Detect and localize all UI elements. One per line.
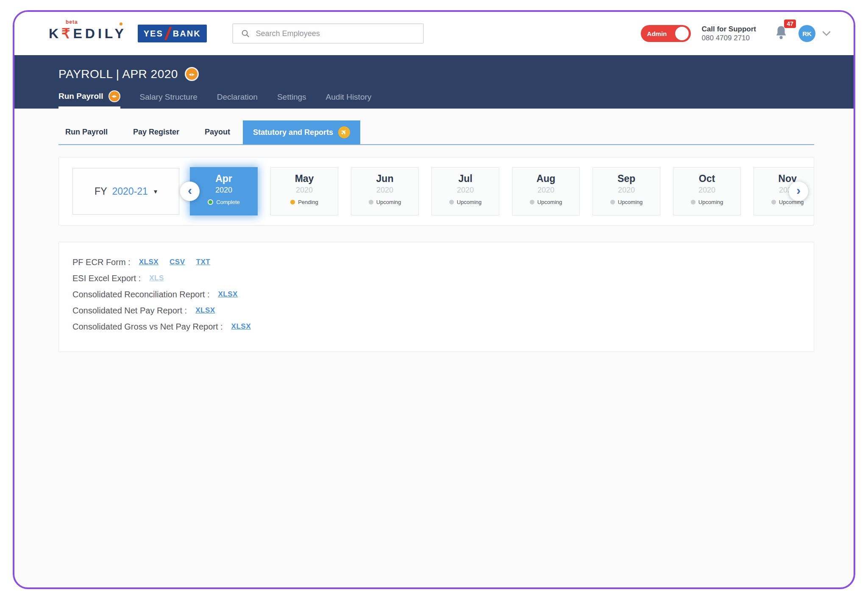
subtab-payout[interactable]: Payout <box>192 128 243 144</box>
subtab-statutory-and-reports[interactable]: Statutory and Reports ✈ <box>243 120 360 144</box>
header-right-group: Admin Call for Support 080 4709 2710 47 … <box>641 25 832 43</box>
fy-label: FY <box>95 186 107 197</box>
report-row-net-pay: Consolidated Net Pay Report : XLSX <box>72 304 801 317</box>
month-card-aug[interactable]: Aug 2020 Upcoming <box>512 167 580 215</box>
admin-toggle-label: Admin <box>647 30 667 37</box>
months-prev-button[interactable]: ‹ <box>180 182 200 201</box>
app-window: beta K₹EDILY YES BANK Admin Call for Sup… <box>13 10 855 589</box>
esi-xls-link[interactable]: XLS <box>149 272 164 285</box>
logo-accent-dot <box>120 22 122 25</box>
month-status: Complete <box>190 199 257 205</box>
support-title: Call for Support <box>702 25 756 34</box>
payroll-nav-tabs: Run Payroll ◂▸ Salary Structure Declarat… <box>58 90 854 109</box>
tab-run-payroll[interactable]: Run Payroll ◂▸ <box>58 90 120 109</box>
months-next-button[interactable]: › <box>789 182 808 201</box>
subtab-run-payroll[interactable]: Run Payroll <box>58 128 120 144</box>
report-label: ESI Excel Export : <box>72 272 141 285</box>
status-dot <box>530 200 534 204</box>
chevron-right-icon: › <box>796 183 801 198</box>
payroll-header: PAYROLL | APR 2020 ◂▸ Run Payroll ◂▸ Sal… <box>14 55 854 109</box>
month-status: Upcoming <box>432 199 499 205</box>
yes-bank-slash-icon <box>164 26 172 40</box>
report-label: Consolidated Net Pay Report : <box>72 304 187 317</box>
status-dot <box>771 200 776 204</box>
airplane-icon: ✈ <box>338 126 350 138</box>
statutory-reports-card: PF ECR Form : XLSX CSV TXT ESI Excel Exp… <box>58 242 814 352</box>
report-row-gross-vs-net: Consolidated Gross vs Net Pay Report : X… <box>72 320 801 333</box>
avatar-initials: RK <box>802 30 812 37</box>
month-cards: Apr 2020 Complete May 2020 Pending Jun 2… <box>190 167 814 215</box>
status-dot <box>208 199 213 205</box>
month-card-jul[interactable]: Jul 2020 Upcoming <box>431 167 499 215</box>
month-slider-icon[interactable]: ◂▸ <box>185 67 199 81</box>
pf-ecr-xlsx-link[interactable]: XLSX <box>139 256 159 268</box>
admin-toggle-knob <box>675 27 689 40</box>
search-input[interactable] <box>256 29 415 38</box>
status-dot <box>449 200 454 204</box>
tab-declaration[interactable]: Declaration <box>217 92 258 109</box>
run-payroll-subtabs: Run Payroll Pay Register Payout Statutor… <box>58 120 814 145</box>
pf-ecr-csv-link[interactable]: CSV <box>170 256 185 268</box>
month-status: Pending <box>271 199 338 205</box>
rupee-icon: ₹ <box>61 26 73 41</box>
employee-search <box>232 23 424 44</box>
kredily-logo-text: K₹EDILY <box>49 26 127 41</box>
tab-settings[interactable]: Settings <box>277 92 306 109</box>
chevron-down-icon <box>821 30 832 37</box>
avatar[interactable]: RK <box>798 25 815 42</box>
status-dot <box>691 200 696 204</box>
yes-bank-logo: YES BANK <box>138 25 207 42</box>
month-status: Upcoming <box>673 199 740 205</box>
month-card-may[interactable]: May 2020 Pending <box>270 167 338 215</box>
tab-audit-history[interactable]: Audit History <box>326 92 372 109</box>
month-card-sep[interactable]: Sep 2020 Upcoming <box>593 167 660 215</box>
month-status: Upcoming <box>754 199 814 205</box>
search-icon <box>241 29 250 38</box>
gross-vs-net-xlsx-link[interactable]: XLSX <box>231 320 251 333</box>
status-dot <box>610 200 615 204</box>
profile-menu-button[interactable] <box>821 30 832 37</box>
caret-down-icon: ▾ <box>154 187 157 196</box>
month-card-oct[interactable]: Oct 2020 Upcoming <box>673 167 741 215</box>
report-label: Consolidated Reconciliation Report : <box>72 288 210 301</box>
month-status: Upcoming <box>512 199 579 205</box>
report-row-pf-ecr: PF ECR Form : XLSX CSV TXT <box>72 256 801 268</box>
month-card-apr[interactable]: Apr 2020 Complete <box>190 167 258 215</box>
tab-salary-structure[interactable]: Salary Structure <box>140 92 198 109</box>
chevron-left-icon: ‹ <box>188 183 192 198</box>
financial-year-dropdown[interactable]: FY 2020-21 ▾ <box>72 168 179 215</box>
pf-ecr-txt-link[interactable]: TXT <box>196 256 211 268</box>
kredily-logo: beta K₹EDILY <box>49 25 127 42</box>
report-row-esi: ESI Excel Export : XLS <box>72 272 801 285</box>
month-selector-strip: FY 2020-21 ▾ ‹ Apr 2020 Complete May 202… <box>58 157 814 226</box>
beta-tag: beta <box>66 19 78 25</box>
month-status: Upcoming <box>351 199 418 205</box>
month-status: Upcoming <box>593 199 660 205</box>
net-pay-xlsx-link[interactable]: XLSX <box>195 304 215 317</box>
status-dot <box>290 200 295 204</box>
subtab-pay-register[interactable]: Pay Register <box>120 128 192 144</box>
tab-slider-icon: ◂▸ <box>108 90 120 102</box>
admin-toggle[interactable]: Admin <box>641 25 691 42</box>
report-label: PF ECR Form : <box>72 256 131 268</box>
page-title: PAYROLL | APR 2020 <box>58 67 178 81</box>
notifications-button[interactable]: 47 <box>774 25 788 42</box>
report-label: Consolidated Gross vs Net Pay Report : <box>72 320 223 333</box>
support-phone: 080 4709 2710 <box>702 34 756 42</box>
report-row-reconciliation: Consolidated Reconciliation Report : XLS… <box>72 288 801 301</box>
notification-count-badge: 47 <box>784 20 796 28</box>
fy-value: 2020-21 <box>112 186 147 197</box>
top-header: beta K₹EDILY YES BANK Admin Call for Sup… <box>14 12 854 55</box>
status-dot <box>369 200 373 204</box>
payroll-title-row: PAYROLL | APR 2020 ◂▸ <box>58 67 854 81</box>
support-info: Call for Support 080 4709 2710 <box>702 25 756 43</box>
reconciliation-xlsx-link[interactable]: XLSX <box>218 288 238 301</box>
month-card-jun[interactable]: Jun 2020 Upcoming <box>351 167 419 215</box>
